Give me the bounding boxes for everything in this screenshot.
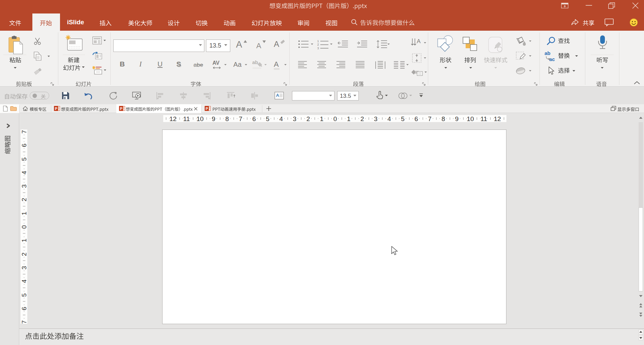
svg-text:A: A [276,93,280,98]
svg-text:P: P [120,107,122,111]
svg-text:ab: ab [545,51,551,56]
svg-text:P: P [55,107,57,111]
svg-text:3: 3 [317,47,319,50]
svg-text:A: A [417,38,421,45]
svg-text:AV: AV [212,60,219,66]
svg-text:ac: ac [549,56,555,62]
svg-text:P: P [206,107,208,111]
svg-text:ab: ab [252,59,258,65]
svg-text:1: 1 [317,39,319,43]
svg-text:2: 2 [317,43,319,46]
